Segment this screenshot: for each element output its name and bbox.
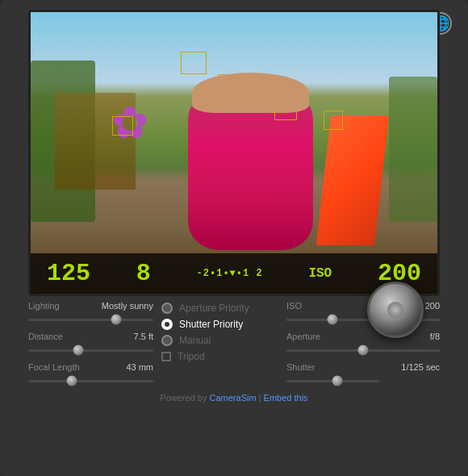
shutter-value: 1/125 sec [401, 362, 440, 372]
hud-exposure-meter: -2•1•▼•1 2 [197, 268, 263, 279]
manual-label: Manual [179, 335, 211, 346]
aperture-priority-mode[interactable]: Aperture Priority [161, 303, 278, 314]
aperture-control: Aperture f/8 [286, 332, 440, 356]
shutter-slider[interactable] [286, 375, 379, 386]
lighting-label: Lighting [28, 301, 60, 311]
distance-control: Distance 7.5 ft [28, 332, 153, 356]
footer: Powered by CameraSim | Embed this [160, 393, 307, 403]
focus-rect-2 [181, 52, 207, 74]
aperture-value: f/8 [430, 332, 440, 341]
tripod-checkbox[interactable] [161, 352, 171, 361]
camera-simulator: 🌐 ✿ 125 8 -2•1•▼•1 2 ISO [0, 0, 468, 476]
shutter-dial[interactable] [367, 282, 424, 338]
shutter-priority-radio[interactable] [161, 319, 173, 330]
manual-mode[interactable]: Manual [161, 335, 278, 346]
girl-hair [192, 73, 309, 113]
embed-link[interactable]: Embed this [264, 393, 308, 403]
shutter-priority-label: Shutter Priority [179, 319, 243, 330]
right-controls: ISO 200 Aperture f/8 [286, 301, 440, 386]
distance-value: 7.5 ft [134, 332, 153, 341]
focal-length-control: Focal Length 43 mm [28, 362, 153, 386]
separator: | [257, 393, 264, 403]
viewfinder: ✿ 125 8 -2•1•▼•1 2 ISO 200 [28, 10, 440, 296]
aperture-label: Aperture [286, 332, 320, 341]
camerasim-link[interactable]: CameraSim [210, 393, 257, 403]
center-controls: Aperture Priority Shutter Priority Manua… [161, 301, 278, 386]
aperture-priority-label: Aperture Priority [179, 303, 249, 314]
powered-by-text: Powered by [160, 393, 209, 403]
shutter-priority-mode[interactable]: Shutter Priority [161, 319, 278, 330]
iso-value: 200 [425, 301, 440, 311]
tree-right [389, 77, 437, 222]
lighting-slider[interactable] [28, 314, 153, 325]
hud-shutter-value: 125 [47, 260, 90, 287]
manual-radio[interactable] [161, 335, 173, 346]
distance-label: Distance [28, 332, 63, 341]
focal-length-slider[interactable] [28, 375, 153, 386]
aperture-slider[interactable] [286, 344, 440, 356]
shutter-control: Shutter 1/125 sec [286, 362, 440, 386]
aperture-priority-radio[interactable] [161, 303, 173, 314]
tripod-label: Tripod [178, 351, 205, 362]
lighting-value: Mostly sunny [102, 301, 153, 311]
focal-length-label: Focal Length [28, 362, 80, 372]
controls-area: Lighting Mostly sunny Distance 7.5 ft [28, 301, 440, 386]
iso-label: ISO [286, 301, 302, 311]
shutter-label: Shutter [286, 362, 315, 372]
focal-length-value: 43 mm [126, 362, 153, 372]
left-controls: Lighting Mostly sunny Distance 7.5 ft [28, 301, 153, 386]
distance-slider[interactable] [28, 344, 153, 356]
focus-rect-5 [324, 111, 343, 130]
lighting-control: Lighting Mostly sunny [28, 301, 153, 325]
hud-iso-label: ISO [308, 266, 332, 281]
focus-rect-4 [112, 116, 133, 136]
tripod-option[interactable]: Tripod [161, 351, 278, 362]
hud-aperture-value: 8 [136, 260, 151, 287]
